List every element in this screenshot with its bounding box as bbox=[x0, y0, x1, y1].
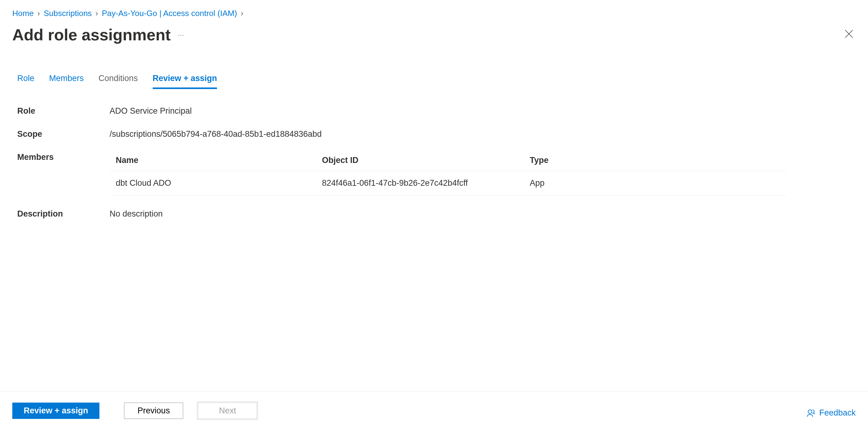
member-name: dbt Cloud ADO bbox=[110, 171, 316, 196]
description-value: No description bbox=[110, 209, 163, 219]
chevron-right-icon: › bbox=[95, 9, 98, 18]
close-icon[interactable] bbox=[845, 30, 853, 39]
breadcrumb-iam[interactable]: Pay-As-You-Go | Access control (IAM) bbox=[102, 9, 237, 18]
breadcrumb-subscriptions[interactable]: Subscriptions bbox=[44, 9, 92, 18]
col-header-object-id: Object ID bbox=[316, 152, 524, 171]
feedback-label: Feedback bbox=[819, 408, 856, 418]
chevron-right-icon: › bbox=[241, 9, 244, 18]
chevron-right-icon: › bbox=[37, 9, 40, 18]
next-button: Next bbox=[198, 403, 257, 419]
more-icon[interactable]: ··· bbox=[178, 31, 184, 38]
table-row: dbt Cloud ADO 824f46a1-06f1-47cb-9b26-2e… bbox=[110, 171, 787, 196]
col-header-type: Type bbox=[524, 152, 787, 171]
scope-value: /subscriptions/5065b794-a768-40ad-85b1-e… bbox=[110, 130, 322, 139]
tab-bar: Role Members Conditions Review + assign bbox=[0, 44, 868, 89]
members-label: Members bbox=[17, 152, 110, 162]
col-header-name: Name bbox=[110, 152, 316, 171]
feedback-link[interactable]: Feedback bbox=[807, 408, 856, 418]
tab-review-assign[interactable]: Review + assign bbox=[153, 74, 217, 89]
role-label: Role bbox=[17, 106, 110, 116]
tab-role[interactable]: Role bbox=[17, 74, 34, 89]
description-label: Description bbox=[17, 209, 110, 219]
feedback-icon bbox=[807, 408, 816, 418]
member-type: App bbox=[524, 171, 787, 196]
role-value: ADO Service Principal bbox=[110, 106, 192, 116]
scope-label: Scope bbox=[17, 130, 110, 139]
previous-button[interactable]: Previous bbox=[124, 403, 183, 419]
members-table: Name Object ID Type dbt Cloud ADO 824f46… bbox=[110, 152, 787, 196]
page-title: Add role assignment bbox=[12, 26, 170, 44]
breadcrumb-home[interactable]: Home bbox=[12, 9, 34, 18]
footer-bar: Review + assign Previous Next Feedback bbox=[0, 391, 868, 430]
review-assign-button[interactable]: Review + assign bbox=[12, 403, 99, 419]
breadcrumb: Home › Subscriptions › Pay-As-You-Go | A… bbox=[0, 0, 868, 18]
svg-point-2 bbox=[808, 410, 812, 413]
member-object-id: 824f46a1-06f1-47cb-9b26-2e7c42b4fcff bbox=[316, 171, 524, 196]
tab-members[interactable]: Members bbox=[49, 74, 84, 89]
tab-conditions[interactable]: Conditions bbox=[98, 74, 138, 89]
